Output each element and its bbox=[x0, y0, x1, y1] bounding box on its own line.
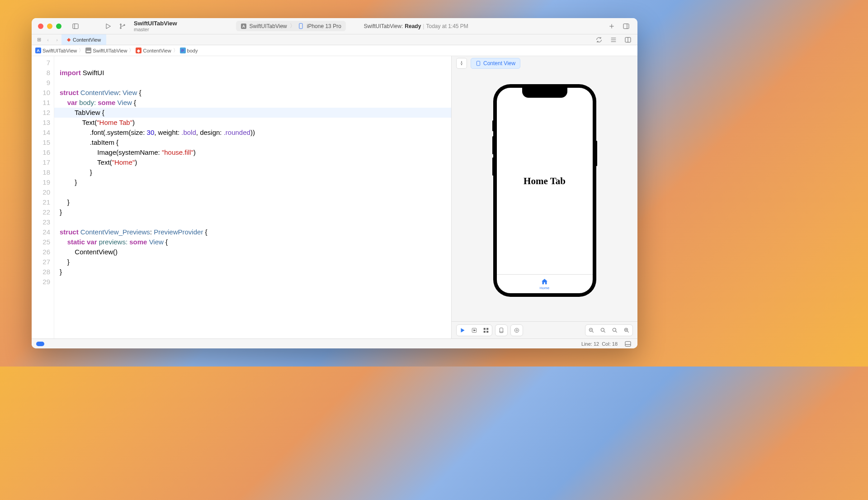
svg-point-3 bbox=[120, 24, 122, 25]
close-window-button[interactable] bbox=[38, 24, 43, 29]
svg-line-38 bbox=[627, 331, 629, 332]
svg-rect-22 bbox=[484, 328, 486, 329]
project-info: SwiftUITabView master bbox=[134, 20, 177, 32]
zoom-in-button[interactable] bbox=[621, 325, 632, 336]
home-tab-text: Home Tab bbox=[524, 176, 566, 187]
breadcrumb-folder[interactable]: ▬SwiftUITabView bbox=[85, 48, 127, 53]
cursor-line: Line: 12 bbox=[581, 341, 599, 347]
property-icon: P bbox=[180, 48, 186, 53]
variants-button[interactable] bbox=[480, 325, 492, 336]
editor-tab[interactable]: ◆ ContentView bbox=[61, 34, 106, 45]
device-settings-button[interactable] bbox=[495, 325, 507, 336]
jump-bar: ASwiftUITabView 〉 ▬SwiftUITabView 〉 ◆Con… bbox=[32, 45, 637, 56]
svg-point-33 bbox=[601, 328, 604, 331]
svg-point-4 bbox=[120, 27, 122, 29]
scheme-app-label: SwiftUITabView bbox=[250, 23, 287, 29]
status-indicator bbox=[36, 342, 44, 346]
add-editor-button[interactable] bbox=[623, 35, 633, 45]
toggle-debug-area-button[interactable] bbox=[623, 339, 633, 349]
preview-toolbar bbox=[452, 321, 637, 338]
swift-file-icon: ◆ bbox=[136, 48, 142, 53]
folder-icon: ▬ bbox=[85, 48, 91, 53]
preview-header: Content View bbox=[452, 56, 637, 71]
window-traffic-lights bbox=[38, 24, 61, 29]
svg-text:A: A bbox=[242, 24, 245, 29]
branch-button[interactable] bbox=[118, 21, 127, 31]
svg-rect-18 bbox=[476, 61, 480, 66]
selectable-button[interactable] bbox=[468, 325, 480, 336]
preview-label: Content View bbox=[483, 60, 515, 67]
app-icon: A bbox=[241, 23, 247, 29]
status-time: Today at 1:45 PM bbox=[426, 23, 468, 29]
breadcrumb-project[interactable]: ASwiftUITabView bbox=[35, 48, 77, 53]
svg-marker-21 bbox=[474, 329, 476, 331]
svg-rect-25 bbox=[486, 331, 488, 333]
svg-rect-23 bbox=[486, 328, 488, 329]
zoom-fit-button[interactable] bbox=[609, 325, 621, 336]
svg-point-29 bbox=[516, 329, 518, 331]
iphone-frame: Home Tab Home bbox=[493, 84, 596, 297]
fullscreen-window-button[interactable] bbox=[56, 24, 61, 29]
canvas-preview-pane: Content View Home Tab Home bbox=[451, 56, 637, 338]
related-items-button[interactable]: ⊞ bbox=[34, 37, 43, 43]
status-bar: Line: 12 Col: 18 bbox=[32, 338, 637, 348]
status-state: Ready bbox=[405, 23, 421, 29]
zoom-reset-button[interactable] bbox=[597, 325, 609, 336]
breadcrumb-file[interactable]: ◆ContentView bbox=[136, 48, 171, 53]
svg-point-35 bbox=[613, 328, 616, 331]
editor-tab-bar: ⊞ ‹ › ◆ ContentView bbox=[32, 34, 637, 45]
zoom-out-button[interactable] bbox=[585, 325, 597, 336]
tab-label: ContentView bbox=[73, 37, 101, 43]
refresh-icon[interactable] bbox=[594, 35, 604, 45]
xcode-window: SwiftUITabView master A SwiftUITabView 〉… bbox=[32, 18, 637, 348]
svg-point-28 bbox=[514, 328, 519, 332]
pin-preview-button[interactable] bbox=[456, 58, 467, 69]
tab-item-label: Home bbox=[540, 286, 549, 290]
chevron-icon: 〉 bbox=[173, 47, 178, 54]
svg-rect-24 bbox=[484, 331, 486, 333]
toolbar: SwiftUITabView master A SwiftUITabView 〉… bbox=[32, 18, 637, 34]
adjust-editor-button[interactable] bbox=[609, 35, 618, 45]
project-name: SwiftUITabView bbox=[134, 20, 177, 27]
live-preview-button[interactable] bbox=[457, 325, 468, 336]
notch bbox=[522, 88, 567, 98]
branch-name: master bbox=[134, 27, 177, 32]
line-gutter: 7891011 1213141516 1718192021 2223242526… bbox=[32, 56, 54, 338]
svg-marker-19 bbox=[461, 328, 465, 332]
main-area: 7891011 1213141516 1718192021 2223242526… bbox=[32, 56, 637, 338]
run-button[interactable] bbox=[103, 21, 113, 31]
svg-line-34 bbox=[604, 331, 605, 332]
nav-back-button[interactable]: ‹ bbox=[43, 37, 52, 43]
device-icon bbox=[298, 23, 304, 29]
nav-forward-button[interactable]: › bbox=[52, 37, 61, 43]
scheme-selector[interactable]: A SwiftUITabView 〉 iPhone 13 Pro bbox=[236, 21, 346, 31]
svg-rect-11 bbox=[623, 24, 629, 29]
svg-line-36 bbox=[616, 331, 617, 332]
preview-settings-button[interactable] bbox=[511, 325, 523, 336]
add-button[interactable] bbox=[607, 21, 617, 31]
toggle-inspector-button[interactable] bbox=[621, 21, 631, 31]
preview-canvas[interactable]: Home Tab Home bbox=[452, 71, 637, 321]
build-status: SwiftUITabView: Ready | Today at 1:45 PM bbox=[364, 23, 468, 29]
phone-screen: Home Tab Home bbox=[497, 88, 593, 293]
svg-line-31 bbox=[592, 331, 594, 332]
code-editor[interactable]: 7891011 1213141516 1718192021 2223242526… bbox=[32, 56, 451, 338]
cursor-col: Col: 18 bbox=[602, 341, 618, 347]
chevron-icon: 〉 bbox=[129, 47, 134, 54]
minimize-window-button[interactable] bbox=[47, 24, 52, 29]
tab-bar: Home bbox=[497, 274, 593, 293]
preview-selector[interactable]: Content View bbox=[471, 58, 520, 69]
project-icon: A bbox=[35, 48, 41, 53]
house-fill-icon bbox=[541, 278, 548, 286]
scheme-chevron-icon: 〉 bbox=[290, 22, 295, 30]
svg-rect-0 bbox=[73, 24, 78, 29]
toggle-navigator-button[interactable] bbox=[71, 21, 80, 31]
svg-marker-2 bbox=[106, 24, 110, 29]
breadcrumb-symbol[interactable]: Pbody bbox=[180, 48, 198, 53]
status-project: SwiftUITabView: bbox=[364, 23, 403, 29]
scheme-device-label: iPhone 13 Pro bbox=[307, 23, 341, 29]
code-content[interactable]: import SwiftUI struct ContentView: View … bbox=[54, 56, 451, 338]
swift-icon: ◆ bbox=[67, 37, 71, 43]
screen-content: Home Tab bbox=[497, 88, 593, 274]
svg-rect-41 bbox=[625, 341, 631, 346]
